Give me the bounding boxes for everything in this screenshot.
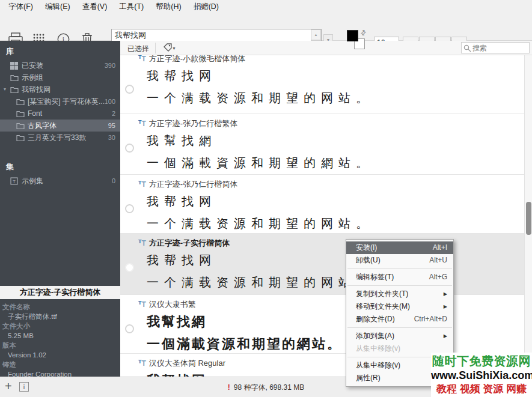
menu-item-shortcut: Alt+U bbox=[429, 254, 447, 267]
folder-icon bbox=[10, 73, 19, 82]
menu-item-label: 移动到文件夹(M) bbox=[356, 300, 410, 313]
font-preview-line2: 一个满载资源和期望的网站。 bbox=[147, 271, 524, 294]
font-name-text: 方正字迹-小款微毛楷体简体 bbox=[149, 55, 245, 63]
vertical-scrollbar[interactable] bbox=[524, 55, 532, 377]
watermark-line2: www.SuiShiXia.com bbox=[431, 369, 532, 382]
font-preview-line2: 一个满载资源和期望的网站。 bbox=[147, 87, 524, 109]
font-preview-line1: 我帮找网 bbox=[147, 65, 524, 87]
folder-icon bbox=[16, 133, 25, 142]
details-field-value: 子实行楷简体.ttf bbox=[2, 312, 118, 321]
truetype-icon: TT bbox=[138, 359, 146, 368]
details-field-label: 版本 bbox=[2, 341, 118, 350]
truetype-icon: TT bbox=[138, 55, 146, 63]
library-item-1[interactable]: 示例组 bbox=[0, 71, 120, 83]
list-toolbar: 已选择 ▼ bbox=[120, 41, 532, 55]
font-preview-line1: 我幫找網 bbox=[147, 130, 524, 152]
font-select-radio[interactable] bbox=[125, 144, 134, 153]
sets-item-0[interactable]: T示例集0 bbox=[0, 175, 120, 187]
font-name-text: 汉仪大圣体简 Regular bbox=[149, 359, 225, 368]
sidebar-item-label: [某宝购买] 手写花体英... bbox=[28, 97, 105, 106]
font-preview: 我帮找网一个满载资源和期望的网站。 bbox=[120, 190, 524, 234]
menu-item-3[interactable]: 工具(T) bbox=[113, 0, 150, 14]
nexusfont-window: 字体(F)编辑(E)查看(V)工具(T)帮助(H)捐赠(D) i 我帮找网 一个… bbox=[0, 0, 532, 397]
font-row-0[interactable]: TT方正字迹-小款微毛楷体简体我帮找网一个满载资源和期望的网站。 bbox=[120, 55, 524, 114]
truetype-icon: TT bbox=[138, 119, 146, 128]
menu-item-2[interactable]: 查看(V) bbox=[76, 0, 114, 14]
truetype-icon: TT bbox=[138, 300, 146, 309]
swap-colors-icon[interactable]: ⇄ bbox=[359, 28, 368, 38]
chevron-down-icon: ▼ bbox=[172, 46, 176, 50]
context-menu-item-1[interactable]: 卸载(U)Alt+U bbox=[346, 254, 453, 267]
context-menu-item-9[interactable]: 添加到集(A)▶ bbox=[346, 330, 453, 342]
folder-icon bbox=[16, 121, 25, 130]
search-input[interactable] bbox=[472, 43, 528, 53]
context-menu-item-3[interactable]: 编辑标签(T)Alt+G bbox=[346, 271, 453, 283]
library-header: 库 bbox=[0, 41, 120, 59]
context-menu-item-5[interactable]: 复制到文件夹(T)▶ bbox=[346, 288, 453, 300]
tag-icon bbox=[164, 43, 172, 52]
preview-text-line1: 我帮找网 bbox=[115, 31, 308, 40]
sidebar-item-count: 0 bbox=[112, 175, 115, 187]
selected-filter-button[interactable]: 已选择 bbox=[126, 43, 156, 53]
library-item-2[interactable]: ▾我帮找网 bbox=[0, 83, 120, 95]
font-select-radio[interactable] bbox=[125, 85, 134, 94]
font-name: TT汉仪大隶书繁 bbox=[120, 295, 524, 308]
sidebar-item-count: 2 bbox=[112, 108, 115, 120]
watermark: 随时下免费资源网 www.SuiShiXia.com 教程 视频 资源 网赚 bbox=[431, 353, 532, 397]
sidebar-item-label: Font bbox=[28, 109, 42, 118]
sets-header: 集 bbox=[0, 144, 120, 175]
menu-item-shortcut: Alt+G bbox=[429, 271, 447, 283]
menu-item-label: 复制到文件夹(T) bbox=[356, 288, 408, 300]
tag-filter-button[interactable]: ▼ bbox=[164, 43, 176, 54]
truetype-icon: TT bbox=[138, 180, 146, 189]
font-row-4[interactable]: TT汉仪大隶书繁我幫找網一個滿載資源和期望的網站。 bbox=[120, 295, 524, 354]
font-select-radio[interactable] bbox=[125, 204, 134, 213]
menu-item-0[interactable]: 字体(F) bbox=[2, 0, 39, 14]
menu-item-5[interactable]: 捐赠(D) bbox=[188, 0, 225, 14]
menu-item-label: 安装(I) bbox=[356, 241, 377, 254]
context-menu-item-6[interactable]: 移动到文件夹(M)▶ bbox=[346, 300, 453, 313]
font-row-3[interactable]: TT方正字迹-子实行楷简体我帮找网一个满载资源和期望的网站。 bbox=[120, 234, 524, 295]
library-item-0[interactable]: 已安装390 bbox=[0, 59, 120, 71]
expand-caret-icon[interactable]: ▾ bbox=[4, 83, 6, 95]
toolbar: i 我帮找网 一个满载资源和期望的网站。 ▲ ▼ ▼ ⇄ 16 ▼ T T T … bbox=[0, 13, 532, 41]
spinner-up-icon[interactable]: ▲ bbox=[311, 29, 321, 40]
search-box[interactable] bbox=[461, 42, 530, 53]
context-menu-item-0[interactable]: 安装(I)Alt+I bbox=[346, 241, 453, 254]
font-select-radio[interactable] bbox=[125, 324, 134, 333]
library-item-6[interactable]: 三月英文手写33款30 bbox=[0, 132, 120, 144]
watermark-line3: 教程 视频 资源 网赚 bbox=[431, 382, 532, 396]
font-preview-line2: 一个满载资源和期望的网站。 bbox=[147, 213, 524, 234]
menu-item-label: 卸载(U) bbox=[356, 254, 381, 267]
menu-separator bbox=[347, 268, 452, 269]
menu-bar: 字体(F)编辑(E)查看(V)工具(T)帮助(H)捐赠(D) bbox=[0, 0, 532, 13]
sidebar-item-label: 我帮找网 bbox=[22, 85, 50, 94]
font-name: TT方正字迹-张乃仁行楷繁体 bbox=[120, 114, 524, 127]
watermark-line1: 随时下免费资源网 bbox=[431, 353, 532, 369]
installed-icon bbox=[10, 61, 19, 70]
font-select-radio[interactable] bbox=[125, 263, 134, 272]
font-row-1[interactable]: TT方正字迹-张乃仁行楷繁体我幫找網一個滿載資源和期望的網站。 bbox=[120, 114, 524, 175]
font-row-2[interactable]: TT方正字迹-张乃仁行楷简体我帮找网一个满载资源和期望的网站。 bbox=[120, 175, 524, 234]
menu-item-4[interactable]: 帮助(H) bbox=[150, 0, 187, 14]
folder-icon bbox=[10, 85, 19, 94]
menu-item-1[interactable]: 编辑(E) bbox=[39, 0, 76, 14]
sets-list: T示例集0 bbox=[0, 175, 120, 187]
menu-item-label: 从集中移除(v) bbox=[356, 359, 400, 372]
menu-item-label: 从集中移除(v) bbox=[356, 342, 400, 355]
library-item-3[interactable]: [某宝购买] 手写花体英...100 bbox=[0, 95, 120, 108]
context-menu-item-7[interactable]: 删除文件(D)Ctrl+Alt+D bbox=[346, 313, 453, 326]
font-preview: 我帮找网一个满载资源和期望的网站。 bbox=[120, 249, 524, 294]
library-item-5[interactable]: 古风字体95 bbox=[0, 120, 120, 132]
set-icon: T bbox=[10, 177, 19, 185]
svg-text:T: T bbox=[13, 179, 16, 184]
scrollbar-thumb[interactable] bbox=[526, 202, 531, 235]
details-field-label: 文件名称 bbox=[2, 302, 118, 312]
font-name: TT方正字迹-子实行楷简体 bbox=[120, 234, 524, 247]
submenu-arrow-icon: ▶ bbox=[444, 330, 447, 342]
foreground-color-swatch[interactable] bbox=[347, 30, 358, 41]
sidebar-item-count: 100 bbox=[105, 95, 115, 108]
library-item-4[interactable]: Font2 bbox=[0, 108, 120, 120]
font-name-text: 方正字迹-子实行楷简体 bbox=[149, 238, 230, 247]
search-icon bbox=[463, 44, 471, 52]
